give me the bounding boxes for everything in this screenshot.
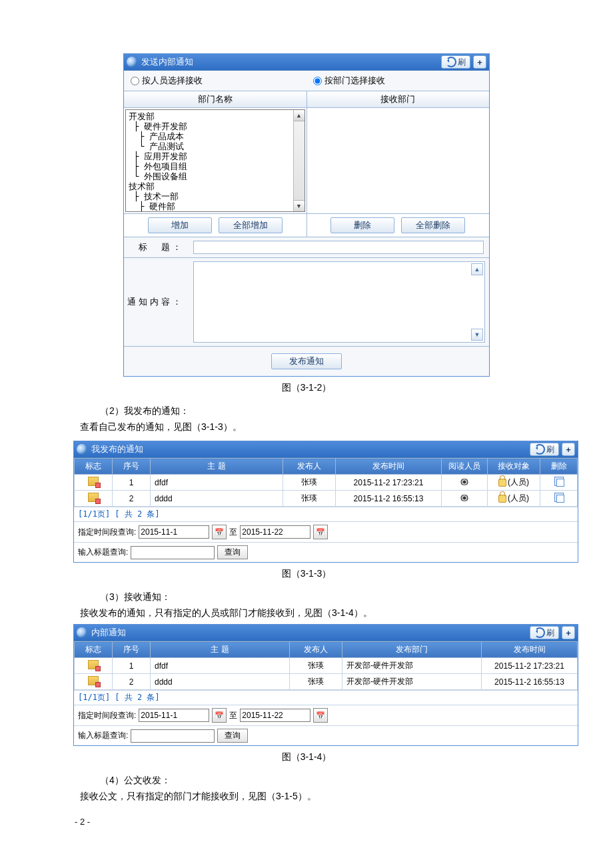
title-label: 标 题：: [124, 237, 188, 257]
date-from-input[interactable]: [139, 525, 209, 539]
panel3-title: 内部通知: [91, 627, 530, 639]
date-search-label: 指定时间段查询:: [78, 527, 136, 538]
date-to-input[interactable]: [240, 709, 310, 722]
refresh-icon: [534, 627, 545, 638]
internal-notice-panel: 内部通知 刷 + 标志 序号 主 题 发布人 发布部门 发布时间 1 dfdf …: [73, 624, 578, 746]
refresh-button[interactable]: 刷: [441, 55, 470, 69]
eye-icon[interactable]: [459, 495, 470, 501]
date-from-input[interactable]: [139, 709, 209, 722]
date-to-input[interactable]: [240, 525, 310, 539]
content-textarea[interactable]: ▲ ▼: [193, 261, 485, 343]
calendar-icon[interactable]: 📅: [212, 708, 227, 723]
recv-dept-list: [307, 108, 490, 213]
page-number: - 2 -: [75, 817, 613, 827]
section-4-body: 接收公文，只有指定的部门才能接收到，见图（3-1-5）。: [80, 789, 540, 803]
panel2-title: 我发布的通知: [91, 443, 530, 455]
plus-button[interactable]: +: [562, 443, 575, 456]
add-all-button[interactable]: 全部增加: [219, 217, 283, 233]
radio-by-person[interactable]: 按人员选择接收: [131, 75, 300, 87]
title-search-label: 输入标题查询:: [78, 730, 128, 741]
lock-icon: [498, 495, 506, 503]
spin-down-icon[interactable]: ▼: [471, 329, 483, 341]
my-published-panel: 我发布的通知 刷 + 标志 序号 主 题 发布人 发布时间 阅读人员 接收对象 …: [73, 441, 578, 563]
table-row[interactable]: 1 dfdf 张瑛 2015-11-2 17:23:21 (人员): [75, 475, 578, 491]
title-search-input[interactable]: [131, 546, 215, 559]
date-search-label: 指定时间段查询:: [78, 710, 136, 721]
delete-icon[interactable]: [554, 493, 564, 502]
col-recv-dept: 接收部门: [307, 91, 490, 107]
refresh-icon: [446, 57, 456, 67]
flag-icon: [88, 660, 99, 669]
figure-caption-2: 图（3-1-3）: [0, 568, 613, 580]
section-3-title: （3）接收通知：: [100, 589, 540, 604]
eye-icon[interactable]: [459, 479, 470, 485]
spin-up-icon[interactable]: ▲: [471, 263, 483, 275]
scrollbar[interactable]: ▲▼: [293, 110, 305, 211]
pager: [1/1页] [ 共 2 条]: [74, 507, 578, 521]
globe-icon: [77, 627, 87, 638]
title-search-label: 输入标题查询:: [78, 547, 128, 558]
calendar-icon[interactable]: 📅: [313, 708, 328, 723]
title-input[interactable]: [193, 241, 484, 254]
globe-icon: [127, 57, 137, 67]
table-row[interactable]: 1 dfdf 张瑛 开发部-硬件开发部 2015-11-2 17:23:21: [75, 658, 578, 674]
section-3-body: 接收发布的通知，只有指定的人员或部门才能接收到，见图（3-1-4）。: [80, 605, 540, 620]
table-row[interactable]: 2 dddd 张瑛 2015-11-2 16:55:13 (人员): [75, 491, 578, 507]
radio-by-dept[interactable]: 按部门选择接收: [313, 75, 482, 87]
globe-icon: [77, 444, 87, 455]
plus-button[interactable]: +: [562, 626, 575, 639]
send-notice-panel: 发送内部通知 刷 + 按人员选择接收 按部门选择接收 部门名称 接收部门 开发部…: [123, 53, 490, 377]
panel1-title: 发送内部通知: [141, 56, 441, 68]
published-grid: 标志 序号 主 题 发布人 发布时间 阅读人员 接收对象 删除 1 dfdf 张…: [74, 458, 578, 507]
section-2-title: （2）我发布的通知：: [100, 403, 540, 418]
table-row[interactable]: 2 dddd 张瑛 开发部-硬件开发部 2015-11-2 16:55:13: [75, 674, 578, 690]
refresh-button[interactable]: 刷: [530, 626, 559, 639]
section-4-title: （4）公文收发：: [100, 773, 540, 787]
content-label: 通知内容：: [124, 258, 188, 346]
dept-tree[interactable]: 开发部 ├ 硬件开发部 ├ 产品成本 └ 产品测试 ├ 应用开发部 ├ 外包项目…: [125, 109, 305, 212]
publish-button[interactable]: 发布通知: [271, 353, 342, 369]
title-search-input[interactable]: [131, 729, 215, 743]
refresh-button[interactable]: 刷: [530, 443, 559, 456]
calendar-icon[interactable]: 📅: [313, 525, 328, 539]
lock-icon: [498, 479, 506, 487]
calendar-icon[interactable]: 📅: [212, 525, 227, 539]
flag-icon: [88, 477, 99, 486]
delete-all-button[interactable]: 全部删除: [401, 217, 465, 233]
notice-grid: 标志 序号 主 题 发布人 发布部门 发布时间 1 dfdf 张瑛 开发部-硬件…: [74, 641, 578, 690]
query-button[interactable]: 查询: [217, 729, 248, 743]
refresh-icon: [534, 444, 545, 455]
col-dept-name: 部门名称: [124, 91, 307, 107]
pager: [1/1页] [ 共 2 条]: [74, 690, 578, 705]
delete-button[interactable]: 删除: [330, 217, 394, 233]
section-2-body: 查看自己发布的通知，见图（3-1-3）。: [80, 419, 540, 434]
plus-button[interactable]: +: [473, 55, 486, 69]
figure-caption-1: 图（3-1-2）: [0, 382, 613, 394]
add-button[interactable]: 增加: [148, 217, 212, 233]
figure-caption-3: 图（3-1-4）: [0, 751, 613, 763]
panel1-titlebar: 发送内部通知 刷 +: [124, 54, 489, 71]
delete-icon[interactable]: [554, 477, 564, 486]
flag-icon: [88, 493, 99, 502]
flag-icon: [88, 676, 99, 685]
query-button[interactable]: 查询: [217, 545, 248, 559]
